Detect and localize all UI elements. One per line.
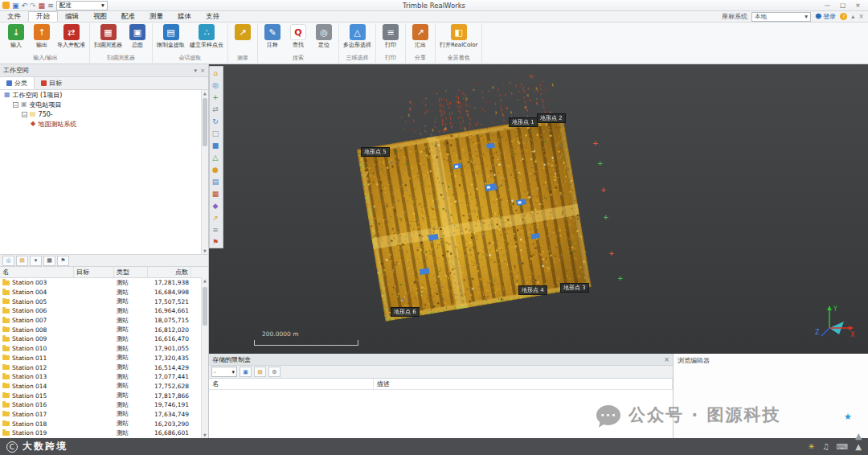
- help-icon[interactable]: ?: [840, 13, 847, 20]
- brightness-icon[interactable]: ☀: [808, 442, 815, 451]
- station-row-10[interactable]: Station 012测站16,514,429: [0, 363, 208, 372]
- column-header-type[interactable]: 类型: [114, 267, 148, 277]
- scroll-up-icon[interactable]: ▲: [202, 90, 208, 96]
- ribbon-button-1-3[interactable]: ⇄导入并配准: [55, 23, 87, 50]
- terrain-point-marker[interactable]: 地形点 6: [391, 307, 420, 317]
- scroll-down-icon[interactable]: ▼: [202, 248, 208, 254]
- sort-icon[interactable]: ▾: [30, 256, 42, 266]
- station-row-7[interactable]: Station 009测站16,616,470: [0, 334, 208, 344]
- target-icon[interactable]: ◆: [210, 199, 221, 211]
- ribbon-button-2-1[interactable]: ▦扫描浏览器: [92, 23, 124, 50]
- ribbon-button-9-1[interactable]: ◧打开RealColor: [438, 23, 479, 50]
- view-front-icon[interactable]: □: [210, 127, 221, 139]
- save-limitbox-icon[interactable]: ▣: [240, 367, 252, 377]
- scroll-up-icon[interactable]: ▲: [202, 277, 208, 284]
- station-row-3[interactable]: Station 005测站17,507,521: [0, 297, 208, 306]
- station-row-14[interactable]: Station 016测站19,746,191: [0, 400, 208, 410]
- flag-icon[interactable]: ⚑: [210, 236, 221, 248]
- quick-access-dropdown[interactable]: 配准 ▾: [56, 1, 108, 10]
- menu-tab-2[interactable]: 开始: [28, 11, 58, 22]
- station-row-8[interactable]: Station 010测站17,901,055: [0, 344, 208, 354]
- ribbon-button-5-1[interactable]: ✎注释: [260, 23, 285, 50]
- expander-icon[interactable]: −: [22, 112, 27, 117]
- ribbon-button-3-2[interactable]: ∴建立采样点云: [188, 23, 225, 50]
- orbit-icon[interactable]: ↻: [210, 115, 221, 127]
- station-row-16[interactable]: Station 018测站16,203,290: [0, 419, 208, 428]
- panel-close-icon[interactable]: ×: [200, 68, 205, 74]
- menu-tab-8[interactable]: 支持: [199, 11, 227, 22]
- tree-node-2[interactable]: −▣变电站项目: [0, 100, 208, 109]
- expand-icon[interactable]: ▲: [855, 442, 862, 451]
- menu-tab-3[interactable]: 编辑: [58, 11, 86, 22]
- scan-explorer-icon[interactable]: ▦: [39, 2, 46, 10]
- survey-target-icon[interactable]: +: [603, 214, 609, 220]
- ribbon-button-1-1[interactable]: ↓输入: [4, 23, 28, 50]
- survey-target-icon[interactable]: +: [600, 187, 607, 193]
- stations-scrollbar[interactable]: ▲ ▼: [201, 277, 208, 438]
- ribbon-button-3-1[interactable]: ▤限制盒提取: [155, 23, 186, 50]
- survey-target-icon[interactable]: +: [597, 160, 604, 166]
- home-icon[interactable]: ⌂: [210, 67, 221, 79]
- ribbon-button-8-1[interactable]: ↗汇出: [408, 23, 432, 50]
- locate-icon[interactable]: ◎: [2, 256, 14, 266]
- workspace-tab-2[interactable]: 目标: [35, 77, 68, 89]
- survey-target-icon[interactable]: +: [617, 275, 624, 281]
- keyboard-icon[interactable]: ⌨: [837, 442, 848, 451]
- tree-node-3[interactable]: −▤750-: [0, 109, 208, 119]
- 3d-viewport[interactable]: ⌂◎+⇄↻□■△●▤▦◆↗≡⚑ 200.0000 m Y X Z 地形点 5地形…: [209, 64, 868, 354]
- undo-icon[interactable]: ↶: [22, 2, 28, 10]
- folders-icon[interactable]: ▤: [16, 256, 28, 266]
- columns-icon[interactable]: ▦: [43, 256, 55, 266]
- limit-box-icon[interactable]: ▤: [210, 175, 221, 187]
- menu-tab-7[interactable]: 媒体: [170, 11, 199, 22]
- terrain-point-marker[interactable]: 地形点 2: [537, 113, 566, 123]
- station-row-13[interactable]: Station 015测站17,817,866: [0, 391, 208, 400]
- column-header-target[interactable]: 目标: [74, 267, 114, 277]
- survey-target-icon[interactable]: +: [592, 140, 599, 146]
- pan-icon[interactable]: ⇄: [210, 103, 221, 115]
- column-header-name[interactable]: 名: [209, 379, 374, 389]
- tree-node-4[interactable]: ◆地面测站系统: [0, 119, 208, 129]
- open-limitbox-icon[interactable]: ▤: [254, 367, 266, 377]
- zoom-icon[interactable]: +: [210, 91, 221, 103]
- ribbon-button-5-2[interactable]: Q查找: [286, 23, 310, 50]
- measure-icon[interactable]: ↗: [210, 211, 221, 223]
- coordinate-system-dropdown[interactable]: 本地 ▾: [751, 12, 811, 22]
- close-panel-icon[interactable]: ×: [858, 13, 864, 20]
- survey-target-icon[interactable]: +: [608, 250, 615, 256]
- panel-dropdown-icon[interactable]: ▾: [194, 68, 198, 74]
- zoom-extents-icon[interactable]: ◎: [210, 79, 221, 91]
- terrain-point-marker[interactable]: 地形点 4: [518, 285, 547, 295]
- station-row-1[interactable]: Station 003测站17,281,938: [0, 278, 208, 288]
- render-mode-icon[interactable]: ●: [210, 163, 221, 175]
- tree-node-1[interactable]: ▦工作空间 (1项目): [0, 90, 208, 100]
- station-row-2[interactable]: Station 004测站16,684,998: [0, 288, 208, 297]
- column-header-name[interactable]: 名: [0, 267, 74, 277]
- station-row-6[interactable]: Station 008测站16,812,020: [0, 325, 208, 334]
- station-row-11[interactable]: Station 013测站17,077,441: [0, 372, 208, 382]
- menu-tab-1[interactable]: 文件: [0, 11, 28, 22]
- save-icon[interactable]: ▣: [12, 2, 19, 10]
- terrain-point-marker[interactable]: 地形点 5: [361, 147, 390, 157]
- scroll-down-icon[interactable]: ▼: [202, 432, 208, 438]
- collapse-ribbon-icon[interactable]: ▴: [851, 13, 854, 20]
- menu-tab-6[interactable]: 测量: [142, 11, 170, 22]
- options-icon[interactable]: ≡: [47, 2, 54, 10]
- panel-close-icon[interactable]: ×: [664, 356, 669, 363]
- column-header-points[interactable]: 点数: [148, 267, 191, 277]
- station-row-4[interactable]: Station 006测站16,964,661: [0, 306, 208, 316]
- list-icon[interactable]: ≡: [210, 223, 221, 236]
- ribbon-button-7-1[interactable]: ≡打印: [379, 23, 403, 50]
- scrollbar-thumb[interactable]: [203, 98, 207, 146]
- menu-tab-4[interactable]: 视图: [86, 11, 114, 22]
- ribbon-button-5-3[interactable]: ◎定位: [312, 23, 336, 50]
- close-button[interactable]: ×: [850, 1, 866, 10]
- workspace-tab-1[interactable]: 分类: [0, 77, 35, 89]
- perspective-icon[interactable]: △: [210, 151, 221, 163]
- tree-scrollbar[interactable]: ▲ ▼: [201, 90, 208, 254]
- terrain-point-marker[interactable]: 地形点 1: [509, 117, 538, 127]
- minimize-button[interactable]: —: [820, 1, 835, 10]
- station-row-9[interactable]: Station 011测站17,320,435: [0, 354, 208, 363]
- gear-icon[interactable]: ⚙: [268, 367, 280, 377]
- view-top-icon[interactable]: ■: [210, 139, 221, 151]
